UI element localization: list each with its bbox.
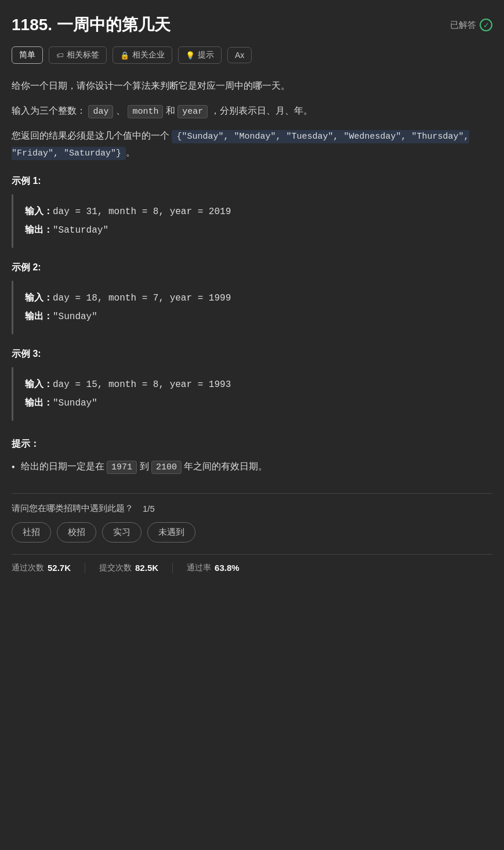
stat-rate-label: 通过率 <box>187 563 211 573</box>
problem-description: 给你一个日期，请你设计一个算法来判断它是对应一周中的哪一天。 输入为三个整数： … <box>12 78 492 161</box>
header-row: 1185. 一周中的第几天 已解答 ✓ <box>12 14 492 36</box>
poll-option-not-encountered[interactable]: 未遇到 <box>147 522 195 542</box>
related-tags-button[interactable]: 🏷 相关标签 <box>49 46 107 64</box>
stat-rate-value: 63.8% <box>215 563 240 573</box>
page-container: 1185. 一周中的第几天 已解答 ✓ 简单 🏷 相关标签 🔒 相关企业 💡 提… <box>0 0 504 585</box>
example-2-output-label: 输出： <box>25 312 53 322</box>
hint-text: 给出的日期一定是在 1971 到 2100 年之间的有效日期。 <box>21 458 268 475</box>
example-2-input: 输入：day = 18, month = 7, year = 1999 <box>25 289 481 308</box>
poll-option-shezao-label: 社招 <box>23 527 40 537</box>
tag-bar: 简单 🏷 相关标签 🔒 相关企业 💡 提示 Ax <box>12 46 492 64</box>
day-code: day <box>88 105 113 118</box>
stat-pass-count: 通过次数 52.7K <box>12 563 85 573</box>
example-1-block: 输入：day = 31, month = 8, year = 2019 输出："… <box>12 194 492 248</box>
hints-button-label: 提示 <box>198 50 214 60</box>
example-2-output-value: "Sunday" <box>53 312 97 322</box>
example-3-output-label: 输出： <box>25 398 53 408</box>
year-from-code: 1971 <box>107 461 137 474</box>
hints-section: 提示： • 给出的日期一定是在 1971 到 2100 年之间的有效日期。 <box>12 438 492 476</box>
example-1-output: 输出："Saturday" <box>25 221 481 240</box>
related-company-button[interactable]: 🔒 相关企业 <box>113 46 172 64</box>
poll-progress: 1/5 <box>143 504 155 513</box>
desc-line2: 输入为三个整数： day 、 month 和 year ，分别表示日、月、年。 <box>12 103 492 120</box>
example-3-output-value: "Sunday" <box>53 398 97 408</box>
example-1-input: 输入：day = 31, month = 8, year = 2019 <box>25 202 481 221</box>
poll-option-xiaozao-label: 校招 <box>68 527 85 537</box>
hints-title: 提示： <box>12 438 492 450</box>
poll-option-shixi[interactable]: 实习 <box>102 522 142 542</box>
example-3-input-label: 输入： <box>25 379 53 390</box>
desc-sep2: 和 <box>166 106 177 115</box>
difficulty-tag-button[interactable]: 简单 <box>12 46 43 64</box>
desc-line2-suffix: ，分别表示日、月、年。 <box>211 106 313 115</box>
hint-prefix: 给出的日期一定是在 <box>21 461 107 471</box>
stat-pass-label: 通过次数 <box>12 563 44 573</box>
desc-line3: 您返回的结果必须是这几个值中的一个 {"Sunday", "Monday", "… <box>12 128 492 161</box>
desc-line1: 给你一个日期，请你设计一个算法来判断它是对应一周中的哪一天。 <box>12 78 492 95</box>
hint-suffix: 年之间的有效日期。 <box>182 461 267 471</box>
stat-submit-label: 提交次数 <box>99 563 132 573</box>
hints-button[interactable]: 💡 提示 <box>178 46 222 64</box>
year-to-code: 2100 <box>151 461 182 474</box>
solved-badge: 已解答 ✓ <box>450 19 492 31</box>
example-2-block: 输入：day = 18, month = 7, year = 1999 输出："… <box>12 281 492 334</box>
poll-options: 社招 校招 实习 未遇到 <box>12 522 492 542</box>
desc-sep1: 、 <box>116 106 125 115</box>
example-3-input-value: day = 15, month = 8, year = 1993 <box>53 379 231 390</box>
solved-text: 已解答 <box>450 20 476 31</box>
example-1-header: 示例 1: <box>12 175 492 187</box>
desc-line3-prefix: 您返回的结果必须是这几个值中的一个 <box>12 131 172 140</box>
problem-title: 1185. 一周中的第几天 <box>12 14 171 36</box>
month-code: month <box>128 105 163 118</box>
example-2-output: 输出："Sunday" <box>25 308 481 326</box>
poll-option-not-encountered-label: 未遇到 <box>158 527 184 537</box>
example-2-header: 示例 2: <box>12 262 492 274</box>
poll-option-shezao[interactable]: 社招 <box>12 522 51 542</box>
stats-footer: 通过次数 52.7K 提交次数 82.5K 通过率 63.8% <box>12 554 492 573</box>
lightbulb-icon: 💡 <box>186 51 195 60</box>
lock-icon: 🔒 <box>120 51 129 60</box>
font-size-button[interactable]: Ax <box>227 47 252 63</box>
example-1-input-value: day = 31, month = 8, year = 2019 <box>53 207 231 217</box>
example-1-output-label: 输出： <box>25 225 53 236</box>
stat-pass-rate: 通过率 63.8% <box>172 563 253 573</box>
hint-bullet: • <box>12 459 15 476</box>
font-size-label: Ax <box>235 50 244 60</box>
poll-option-shixi-label: 实习 <box>113 527 130 537</box>
year-code: year <box>177 105 208 118</box>
stat-pass-value: 52.7K <box>48 563 71 573</box>
related-tags-label: 相关标签 <box>67 50 99 60</box>
poll-question: 请问您在哪类招聘中遇到此题？ <box>12 503 133 514</box>
example-1-input-label: 输入： <box>25 207 53 217</box>
example-3-input: 输入：day = 15, month = 8, year = 1993 <box>25 375 481 394</box>
stat-submit-value: 82.5K <box>135 563 158 573</box>
solved-check-icon: ✓ <box>480 19 492 31</box>
example-2-input-label: 输入： <box>25 293 53 303</box>
poll-section: 请问您在哪类招聘中遇到此题？ 1/5 社招 校招 实习 未遇到 <box>12 503 492 542</box>
example-3-block: 输入：day = 15, month = 8, year = 1993 输出："… <box>12 367 492 421</box>
example-2-input-value: day = 18, month = 7, year = 1999 <box>53 293 231 303</box>
example-3-header: 示例 3: <box>12 348 492 360</box>
difficulty-label: 简单 <box>19 50 35 60</box>
desc-line2-prefix: 输入为三个整数： <box>12 106 86 115</box>
hint-item-1: • 给出的日期一定是在 1971 到 2100 年之间的有效日期。 <box>12 458 492 476</box>
example-1-output-value: "Saturday" <box>53 225 108 236</box>
tag-icon: 🏷 <box>56 51 64 60</box>
section-divider <box>12 493 492 494</box>
example-3-output: 输出："Sunday" <box>25 394 481 413</box>
desc-line3-suffix: 。 <box>126 147 135 157</box>
hint-separator: 到 <box>137 461 151 471</box>
poll-option-xiaozao[interactable]: 校招 <box>57 522 96 542</box>
related-company-label: 相关企业 <box>132 50 165 60</box>
stat-submit-count: 提交次数 82.5K <box>85 563 172 573</box>
poll-question-row: 请问您在哪类招聘中遇到此题？ 1/5 <box>12 503 492 514</box>
